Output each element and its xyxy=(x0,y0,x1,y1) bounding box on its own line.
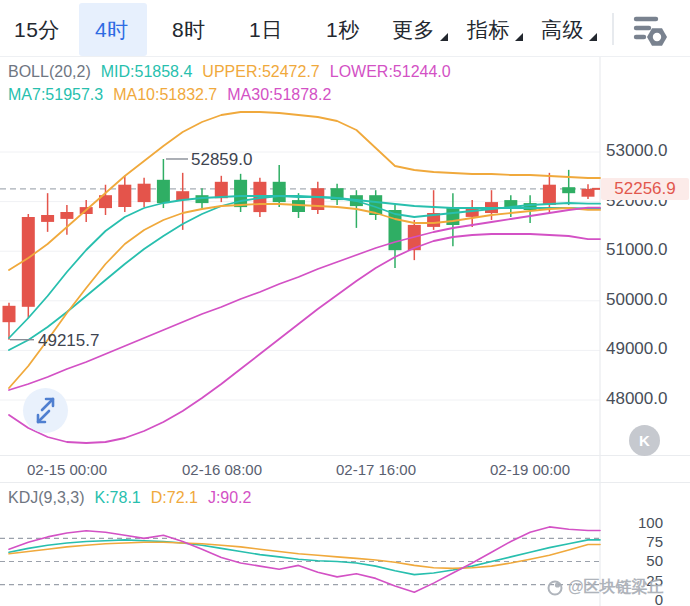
ma10-value: MA10:51832.7 xyxy=(113,86,217,104)
expand-arrows-icon xyxy=(23,388,68,433)
toolbar-divider xyxy=(612,13,614,45)
low-price-annotation: 49215.7 xyxy=(38,331,99,351)
kdj-y-label: 100 xyxy=(627,514,663,531)
boll-mid-value: MID:51858.4 xyxy=(101,63,193,81)
x-axis-label: 02-16 08:00 xyxy=(167,461,277,478)
boll-indicator-row: BOLL(20,2) MID:51858.4 UPPER:52472.7 LOW… xyxy=(8,63,451,81)
kdj-name: KDJ(9,3,3) xyxy=(8,489,84,507)
kdj-k-value: K:78.1 xyxy=(94,489,140,507)
advanced-dropdown-caret-icon xyxy=(589,33,597,41)
kdj-j-value: J:90.2 xyxy=(208,489,252,507)
tab-1day[interactable]: 1日 xyxy=(249,16,283,44)
more-dropdown-caret-icon xyxy=(440,33,448,41)
tab-8h[interactable]: 8时 xyxy=(172,16,206,44)
timeframe-toolbar: 15分 4时 8时 1日 1秒 更多 指标 高级 xyxy=(0,0,690,57)
tab-1sec[interactable]: 1秒 xyxy=(326,16,360,44)
y-axis-label: 49000.0 xyxy=(606,339,686,359)
trading-chart-screen: 15分 4时 8时 1日 1秒 更多 指标 高级 BOLL(20,2) MID:… xyxy=(0,0,690,606)
y-axis-label: 51000.0 xyxy=(606,240,686,260)
kdj-indicator-row: KDJ(9,3,3) K:78.1 D:72.1 J:90.2 xyxy=(8,489,251,507)
y-axis-label: 50000.0 xyxy=(606,290,686,310)
tab-advanced[interactable]: 高级 xyxy=(541,16,584,44)
indicators-dropdown-caret-icon xyxy=(515,33,523,41)
tab-15min[interactable]: 15分 xyxy=(14,16,60,44)
kdj-y-label: 50 xyxy=(627,552,663,569)
boll-lower-value: LOWER:51244.0 xyxy=(330,63,451,81)
kdj-y-label: 75 xyxy=(627,533,663,550)
high-price-annotation: 52859.0 xyxy=(191,150,252,170)
x-axis-label: 02-15 00:00 xyxy=(12,461,122,478)
ma7-value: MA7:51957.3 xyxy=(8,86,103,104)
kdj-d-value: D:72.1 xyxy=(151,489,198,507)
boll-name: BOLL(20,2) xyxy=(8,63,91,81)
ma-indicator-row: MA7:51957.3 MA10:51832.7 MA30:51878.2 xyxy=(8,86,331,104)
boll-upper-value: UPPER:52472.7 xyxy=(202,63,319,81)
watermark-text: @区块链梁丘 xyxy=(568,577,664,598)
y-axis-label: 53000.0 xyxy=(606,141,686,161)
kline-badge[interactable]: K xyxy=(629,425,660,456)
tab-indicators[interactable]: 指标 xyxy=(467,16,510,44)
x-axis-label: 02-17 16:00 xyxy=(321,461,431,478)
watermark: @区块链梁丘 xyxy=(546,577,690,598)
tab-4h[interactable]: 4时 xyxy=(95,16,129,44)
tab-more[interactable]: 更多 xyxy=(392,16,435,44)
watermark-logo-icon xyxy=(546,578,565,597)
x-axis-label: 02-19 00:00 xyxy=(475,461,585,478)
ma30-value: MA30:51878.2 xyxy=(227,86,331,104)
expand-chart-button[interactable] xyxy=(23,388,68,433)
chart-settings-icon[interactable] xyxy=(632,11,670,49)
y-axis-label: 48000.0 xyxy=(606,389,686,409)
last-price-badge: 52256.9 xyxy=(601,178,689,200)
